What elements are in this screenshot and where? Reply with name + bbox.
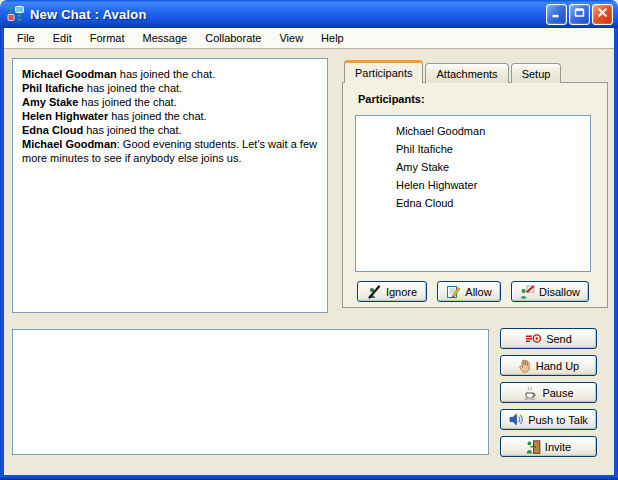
- chat-message: Helen Highwater has joined the chat.: [22, 109, 318, 123]
- maximize-button[interactable]: [569, 4, 590, 25]
- close-button[interactable]: [592, 4, 613, 25]
- send-icon: [525, 332, 542, 345]
- chat-message-log[interactable]: Michael Goodman has joined the chat.Phil…: [12, 58, 328, 313]
- tab-participants[interactable]: Participants: [344, 60, 423, 83]
- message-input[interactable]: [12, 329, 489, 455]
- chat-message: Michael Goodman has joined the chat.: [22, 67, 318, 81]
- side-panel-tabs: ParticipantsAttachmentsSetup: [344, 60, 561, 83]
- push-to-talk-button[interactable]: Push to Talk: [500, 409, 597, 430]
- button-label: Hand Up: [536, 360, 579, 372]
- chat-message-text: has joined the chat.: [117, 68, 215, 80]
- title-bar[interactable]: New Chat : Avalon: [0, 0, 618, 28]
- tab-setup[interactable]: Setup: [511, 63, 562, 83]
- invite-door-icon: [526, 440, 541, 454]
- chat-message-text: has joined the chat.: [84, 82, 182, 94]
- button-label: Push to Talk: [528, 414, 588, 426]
- participant-list-item[interactable]: Phil Itafiche: [356, 140, 590, 158]
- window-frame-right: [614, 28, 618, 480]
- close-icon: [596, 6, 609, 22]
- button-label: Pause: [542, 387, 573, 399]
- menu-item-view[interactable]: View: [270, 30, 312, 46]
- minimize-icon: [550, 6, 563, 22]
- chat-message-sender: Michael Goodman: [22, 68, 117, 80]
- participant-list-item[interactable]: Edna Cloud: [356, 194, 590, 212]
- window-frame-bottom: [0, 475, 618, 480]
- window-title: New Chat : Avalon: [30, 7, 147, 22]
- menu-item-format[interactable]: Format: [81, 30, 134, 46]
- chat-message: Amy Stake has joined the chat.: [22, 95, 318, 109]
- invite-button[interactable]: Invite: [500, 436, 597, 457]
- participants-tab-panel: Participants: Michael GoodmanPhil Itafic…: [342, 82, 608, 308]
- ignore-button[interactable]: Ignore: [357, 281, 427, 302]
- maximize-icon: [573, 6, 586, 22]
- chat-message-text: has joined the chat.: [83, 124, 181, 136]
- participant-list-item[interactable]: Amy Stake: [356, 158, 590, 176]
- chat-message-text: has joined the chat.: [108, 110, 206, 122]
- participant-list-item[interactable]: Helen Highwater: [356, 176, 590, 194]
- allow-button[interactable]: Allow: [437, 281, 501, 302]
- chat-app-icon: [7, 6, 25, 22]
- chat-message: Phil Itafiche has joined the chat.: [22, 81, 318, 95]
- button-label: Allow: [465, 286, 491, 298]
- chat-window: New Chat : Avalon FileEditFormatMessageC…: [0, 0, 618, 480]
- button-label: Ignore: [386, 286, 417, 298]
- chat-message-sender: Helen Highwater: [22, 110, 108, 122]
- speaker-icon: [509, 413, 524, 426]
- chat-message: Michael Goodman: Good evening students. …: [22, 137, 318, 165]
- menu-item-help[interactable]: Help: [312, 30, 353, 46]
- chat-message-sender: Amy Stake: [22, 96, 78, 108]
- menu-item-message[interactable]: Message: [134, 30, 197, 46]
- chat-message-text: has joined the chat.: [78, 96, 176, 108]
- tab-attachments[interactable]: Attachments: [425, 63, 508, 83]
- chat-action-buttons: SendHand UpPausePush to TalkInvite: [500, 328, 597, 457]
- participants-label: Participants:: [358, 93, 425, 105]
- chat-message-sender: Michael Goodman: [22, 138, 117, 150]
- participant-list-item[interactable]: Michael Goodman: [356, 122, 590, 140]
- window-frame-left: [0, 28, 4, 480]
- disallow-button[interactable]: Disallow: [511, 281, 589, 302]
- window-controls: [546, 4, 613, 25]
- minimize-button[interactable]: [546, 4, 567, 25]
- hand-up-button[interactable]: Hand Up: [500, 355, 597, 376]
- chat-message: Edna Cloud has joined the chat.: [22, 123, 318, 137]
- participant-action-buttons: IgnoreAllowDisallow: [357, 281, 589, 302]
- menu-bar: FileEditFormatMessageCollaborateViewHelp: [4, 28, 614, 49]
- ignore-person-icon: [367, 285, 382, 299]
- pause-button[interactable]: Pause: [500, 382, 597, 403]
- chat-message-sender: Phil Itafiche: [22, 82, 84, 94]
- menu-item-collaborate[interactable]: Collaborate: [196, 30, 270, 46]
- button-label: Disallow: [539, 286, 580, 298]
- hand-up-icon: [518, 359, 532, 373]
- allow-edit-icon: [446, 285, 461, 299]
- pause-coffee-icon: [523, 386, 538, 400]
- button-label: Invite: [545, 441, 571, 453]
- menu-item-file[interactable]: File: [8, 30, 44, 46]
- chat-message-sender: Edna Cloud: [22, 124, 83, 136]
- participants-listbox[interactable]: Michael GoodmanPhil ItaficheAmy StakeHel…: [355, 115, 591, 272]
- button-label: Send: [546, 333, 572, 345]
- send-button[interactable]: Send: [500, 328, 597, 349]
- disallow-person-icon: [520, 285, 535, 299]
- menu-item-edit[interactable]: Edit: [44, 30, 81, 46]
